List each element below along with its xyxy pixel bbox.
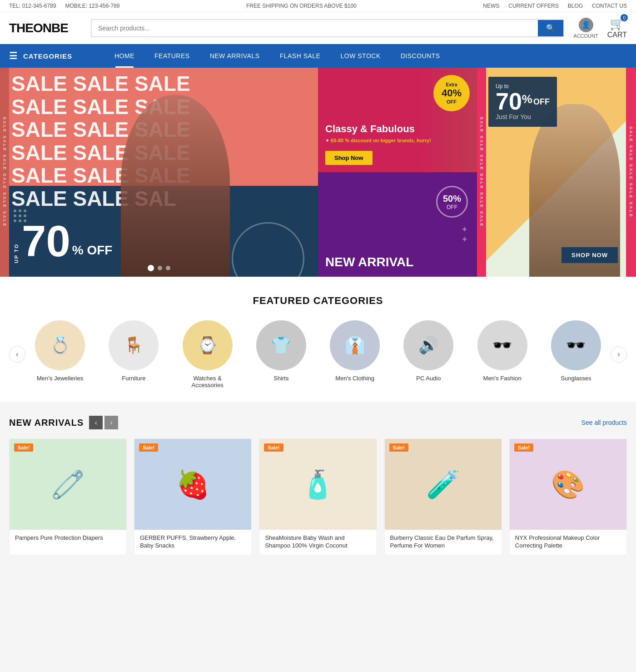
side-top-title: Classy & Fabulous — [325, 123, 470, 135]
mobile: MOBILE: 123-456-789 — [65, 3, 119, 9]
product-info-5: NYX Professional Makeup Color Correcting… — [510, 530, 626, 555]
top-bar: TEL: 012-345-6789 MOBILE: 123-456-789 FR… — [0, 0, 636, 12]
right-sale-vertical: SALE SALE SALE SALE SALE — [626, 68, 636, 277]
nav-flash-sale[interactable]: FLASH SALE — [270, 44, 331, 68]
search-button[interactable]: 🔍 — [538, 20, 563, 36]
categories-next-arrow[interactable]: › — [611, 346, 627, 363]
arrival-off: OFF — [447, 204, 457, 210]
side-banners: Extra 40% OFF Classy & Fabulous ✦ 60-80 … — [318, 68, 477, 277]
product-img-2: Sale! 🍓 — [134, 439, 251, 530]
right-off: OFF — [532, 90, 550, 106]
side-banner-bottom: NEW ARRIVAL 50% OFF ✦✦ — [318, 172, 477, 277]
right-sub: Just For You — [496, 113, 550, 120]
carousel-dot-3[interactable] — [166, 266, 170, 270]
product-card-4[interactable]: Sale! 🧪 Burberry Classic Eau De Parfum S… — [384, 438, 502, 555]
cart-badge: 0 — [621, 14, 628, 21]
categories-list: 💍 Men's Jewelleries 🪑 Furniture ⌚ Watche… — [25, 320, 611, 388]
carousel-dots — [148, 265, 170, 271]
side-top-sub: 60-80 % discount on bigger brands, hurry… — [331, 138, 431, 143]
cart-icon-wrap: 🛒 0 — [610, 17, 624, 31]
product-name-2: GERBER PUFFS, Strawberry Apple, Baby Sna… — [140, 534, 246, 550]
news-link[interactable]: NEWS — [483, 3, 499, 9]
categories-label: CATEGORIES — [23, 52, 72, 60]
carousel-dot-2[interactable] — [158, 266, 162, 270]
extra-label: Extra — [446, 82, 457, 87]
category-mens-fashion[interactable]: 🕶️ Men's Fashion — [475, 320, 530, 388]
featured-categories-title: FEATURED CATEGORIES — [9, 295, 627, 307]
product-card-3[interactable]: Sale! 🧴 SheaMoisture Baby Wash and Shamp… — [259, 438, 377, 555]
nav-links: HOME FEATURES NEW ARRIVALS FLASH SALE LO… — [104, 44, 636, 68]
see-all-link[interactable]: See all products — [581, 419, 627, 426]
nav-features[interactable]: FEATURES — [144, 44, 200, 68]
right-banner: SALE SALE SALE SALE SALE SALE SALE SALE … — [477, 68, 636, 277]
category-sunglasses[interactable]: 🕶️ Sunglasses — [549, 320, 603, 388]
right-pct: % — [522, 90, 532, 105]
product-name-3: SheaMoisture Baby Wash and Shampoo 100% … — [265, 534, 371, 550]
search-input[interactable] — [92, 20, 538, 36]
new-arrivals-next[interactable]: › — [104, 416, 118, 429]
sparkle-icon: ✦✦ — [461, 224, 468, 244]
product-img-icon-1: 🧷 — [51, 468, 85, 501]
nav-discounts[interactable]: DISCOUNTS — [391, 44, 450, 68]
new-arrivals-header-left: NEW ARRIVALS ‹ › — [9, 416, 118, 429]
product-badge-2: Sale! — [139, 443, 158, 452]
extra-badge: Extra 40% OFF — [433, 75, 470, 111]
product-card-2[interactable]: Sale! 🍓 GERBER PUFFS, Strawberry Apple, … — [134, 438, 252, 555]
right-shop-now-button[interactable]: SHOP NOW — [561, 247, 618, 263]
category-furniture-img: 🪑 — [109, 320, 159, 370]
product-info-2: GERBER PUFFS, Strawberry Apple, Baby Sna… — [134, 530, 251, 555]
nav-low-stock[interactable]: LOW STOCK — [330, 44, 390, 68]
categories-carousel: ‹ 💍 Men's Jewelleries 🪑 Furniture ⌚ Watc… — [9, 320, 627, 388]
hero-section: SALE SALE SALE SALE SALE SALE SALE SALE … — [0, 68, 636, 277]
nav-home[interactable]: HOME — [104, 44, 144, 68]
new-arrivals-section: NEW ARRIVALS ‹ › See all products Sale! … — [0, 402, 636, 569]
current-offers-link[interactable]: CURRENT OFFERS — [508, 3, 558, 9]
promo-message: FREE SHIPPING ON ORDERS ABOVE $100 — [246, 3, 357, 9]
new-arrivals-header: NEW ARRIVALS ‹ › See all products — [9, 416, 627, 429]
product-badge-3: Sale! — [264, 443, 283, 452]
contact-info: TEL: 012-345-6789 MOBILE: 123-456-789 — [9, 3, 119, 9]
carousel-dot-1[interactable] — [148, 265, 154, 271]
side-top-content: Classy & Fabulous ✦ 60-80 % discount on … — [325, 123, 470, 165]
categories-button[interactable]: ☰ CATEGORIES — [0, 44, 104, 68]
product-info-4: Burberry Classic Eau De Parfum Spray, Pe… — [385, 530, 502, 555]
product-badge-5: Sale! — [514, 443, 533, 452]
category-mens-clothing-img: 👔 — [330, 320, 380, 370]
contact-link[interactable]: CONTACT US — [592, 3, 627, 9]
arrival-circle: 50% OFF — [436, 186, 468, 218]
product-card-1[interactable]: Sale! 🧷 Pampers Pure Protection Diapers — [9, 438, 127, 555]
account-icon: 👤 — [579, 18, 593, 32]
category-mens-jewelleries-label: Men's Jewelleries — [37, 375, 83, 382]
left-sale-vertical: SALE SALE SALE SALE SALE SALE — [477, 68, 486, 277]
category-mens-clothing-label: Men's Clothing — [335, 375, 374, 382]
top-nav-links: NEWS CURRENT OFFERS BLOG CONTACT US — [483, 3, 627, 9]
category-furniture[interactable]: 🪑 Furniture — [106, 320, 161, 388]
blog-link[interactable]: BLOG — [568, 3, 583, 9]
shop-now-button[interactable]: Shop Now — [325, 151, 373, 165]
category-watches-label: Watches & Accessories — [183, 375, 233, 388]
extra-pct: 40% — [442, 87, 462, 99]
cart-button[interactable]: 🛒 0 CART — [607, 17, 627, 39]
category-mens-jewelleries-img: 💍 — [35, 320, 85, 370]
hero-percent-num: 70 — [22, 219, 70, 263]
categories-prev-arrow[interactable]: ‹ — [9, 346, 25, 363]
product-name-5: NYX Professional Makeup Color Correcting… — [515, 534, 621, 550]
header-actions: 👤 ACCOUNT 🛒 0 CART — [573, 17, 627, 39]
category-sunglasses-img: 🕶️ — [551, 320, 601, 370]
category-mens-jewelleries[interactable]: 💍 Men's Jewelleries — [33, 320, 87, 388]
category-mens-clothing[interactable]: 👔 Men's Clothing — [328, 320, 382, 388]
category-pc-audio[interactable]: 🔊 PC Audio — [401, 320, 456, 388]
nav-new-arrivals[interactable]: NEW ARRIVALS — [200, 44, 270, 68]
product-info-1: Pampers Pure Protection Diapers — [10, 530, 126, 555]
product-badge-4: Sale! — [389, 443, 408, 452]
product-img-icon-5: 🎨 — [551, 468, 585, 501]
category-watches[interactable]: ⌚ Watches & Accessories — [180, 320, 235, 388]
product-img-icon-2: 🍓 — [176, 468, 210, 501]
product-card-5[interactable]: Sale! 🎨 NYX Professional Makeup Color Co… — [509, 438, 627, 555]
product-img-1: Sale! 🧷 — [10, 439, 126, 530]
account-button[interactable]: 👤 ACCOUNT — [573, 18, 598, 39]
new-arrivals-nav-arrows: ‹ › — [89, 416, 118, 429]
new-arrivals-prev[interactable]: ‹ — [89, 416, 103, 429]
product-img-icon-4: 🧪 — [426, 468, 460, 501]
category-shirts[interactable]: 👕 Shirts — [254, 320, 308, 388]
